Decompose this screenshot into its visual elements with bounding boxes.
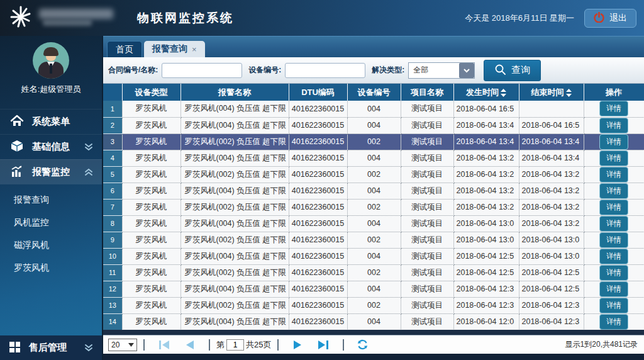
cell-action: 详情 [584,101,644,117]
cell-project-name: 测试项目 [401,313,453,330]
table-row[interactable]: 4罗茨风机罗茨风机(004) 负压值 超下限401622360015004测试项… [103,150,644,166]
starburst-logo-icon [8,4,34,33]
user-profile: 姓名:超级管理员 [0,36,102,100]
cell-action: 详情 [584,215,644,232]
table-row[interactable]: 7罗茨风机罗茨风机(002) 负压值 超下限401622360015002测试项… [103,199,644,215]
cell-project-name: 测试项目 [401,248,453,264]
sidebar-item-aftersales[interactable]: 售后管理 [0,335,102,360]
column-header-0 [103,84,122,101]
sidebar-item-alarm-monitor[interactable]: 报警监控 [0,159,102,184]
table-row[interactable]: 3罗茨风机罗茨风机(002) 负压值 超下限401622360015002测试项… [103,133,644,150]
cell-dtu-code: 401622360015 [289,166,347,183]
cell-action: 详情 [584,183,644,199]
page-prefix-label: 第 [216,339,225,351]
cell-start-time: 2018-06-04 13:2 [453,166,519,183]
page-number-input[interactable] [226,339,244,351]
row-detail-button[interactable]: 详情 [599,167,628,183]
cell-device-no: 004 [347,117,401,133]
table-row[interactable]: 6罗茨风机罗茨风机(004) 负压值 超下限401622360015004测试项… [103,183,644,199]
cell-project-name: 测试项目 [401,199,453,215]
contract-input[interactable] [162,63,242,78]
column-header-8: 操作 [584,84,644,101]
column-header-7[interactable]: 结束时间 [519,84,584,101]
last-page-button[interactable] [316,339,330,351]
sidebar-subitem-2[interactable]: 磁浮风机 [0,233,102,256]
cell-start-time: 2018-06-04 13:0 [453,232,519,248]
row-detail-button[interactable]: 详情 [599,101,628,116]
close-icon[interactable]: × [192,45,197,54]
tab-bar: 首页 报警查询 × [103,36,644,57]
cell-alarm-name: 罗茨风机(002) 负压值 超下限 [180,264,289,281]
logout-button[interactable]: 退出 [584,9,636,28]
cell-device-no: 004 [347,101,401,117]
column-header-6[interactable]: 发生时间 [453,84,519,101]
cell-alarm-name: 罗茨风机(002) 负压值 超下限 [180,232,289,248]
cell-action: 详情 [584,281,644,297]
header-bar: 物联网监控系统 今天是 2018年6月11日 星期一 退出 [0,0,644,36]
table-row[interactable]: 2罗茨风机罗茨风机(004) 负压值 超下限401622360015004测试项… [103,117,644,133]
alarm-table: 设备类型报警名称DTU编码设备编号项目名称发生时间结束时间操作 1罗茨风机罗茨风… [103,84,644,330]
search-button[interactable]: 查询 [484,60,541,81]
table-row[interactable]: 8罗茨风机罗茨风机(004) 负压值 超下限401622360015004测试项… [103,215,644,232]
row-detail-button[interactable]: 详情 [599,134,628,150]
power-icon [594,12,604,25]
column-header-5: 项目名称 [401,84,453,101]
row-detail-button[interactable]: 详情 [599,314,628,330]
next-page-button[interactable] [291,339,304,351]
table-row[interactable]: 12罗茨风机罗茨风机(004) 负压值 超下限401622360015004测试… [103,281,644,297]
tab-home[interactable]: 首页 [107,41,142,57]
cell-device-no: 002 [347,133,401,150]
resolve-type-select[interactable]: 全部 [408,62,475,79]
column-header-2: 报警名称 [180,84,289,101]
cell-start-time: 2018-06-04 13:2 [453,183,519,199]
table-row[interactable]: 13罗茨风机罗茨风机(002) 负压值 超下限401622360015002测试… [103,297,644,313]
refresh-button[interactable] [357,339,369,351]
divider [143,339,145,351]
page-size-select[interactable]: 20 [108,339,137,351]
row-detail-button[interactable]: 详情 [599,183,628,199]
table-row[interactable]: 5罗茨风机罗茨风机(002) 负压值 超下限401622360015002测试项… [103,166,644,183]
tab-alarm-query[interactable]: 报警查询 × [144,41,205,57]
table-row[interactable]: 1罗茨风机罗茨风机(004) 负压值 超下限401622360015004测试项… [103,101,644,117]
cell-start-time: 2018-06-04 16:5 [453,101,519,117]
sidebar-subitem-3[interactable]: 罗茨风机 [0,256,102,279]
row-detail-button[interactable]: 详情 [599,216,628,232]
table-row[interactable]: 9罗茨风机罗茨风机(002) 负压值 超下限401622360015002测试项… [103,232,644,248]
row-detail-button[interactable]: 详情 [599,298,628,313]
chevron-down-icon[interactable] [459,63,474,78]
cell-alarm-name: 罗茨风机(004) 负压值 超下限 [180,150,289,166]
sidebar-subitem-1[interactable]: 风机监控 [0,211,102,233]
cell-dtu-code: 401622360015 [289,101,347,117]
sidebar-item-label: 报警监控 [32,166,70,178]
sidebar-item-system-menu[interactable]: 系统菜单 [0,109,102,134]
cell-dtu-code: 401622360015 [289,248,347,264]
row-detail-button[interactable]: 详情 [599,249,628,264]
row-detail-button[interactable]: 详情 [599,150,628,166]
device-no-input[interactable] [285,63,365,78]
sidebar-subitem-0[interactable]: 报警查询 [0,188,102,211]
cell-start-time: 2018-06-04 13:4 [453,117,519,133]
filter-bar: 合同编号/名称: 设备编号: 解决类型: 全部 查询 [103,57,644,84]
cell-device-no: 004 [347,150,401,166]
cell-row-number: 7 [103,199,122,215]
cell-alarm-name: 罗茨风机(002) 负压值 超下限 [180,297,289,313]
column-header-1: 设备类型 [122,84,180,101]
row-detail-button[interactable]: 详情 [599,265,628,281]
table-row[interactable]: 11罗茨风机罗茨风机(002) 负压值 超下限401622360015002测试… [103,264,644,281]
cell-alarm-name: 罗茨风机(004) 负压值 超下限 [180,101,289,117]
cell-end-time: 2018-06-04 12:3 [519,313,584,330]
row-detail-button[interactable]: 详情 [599,118,628,133]
cell-device-no: 002 [347,166,401,183]
table-row[interactable]: 14罗茨风机罗茨风机(004) 负压值 超下限401622360015004测试… [103,313,644,330]
cell-start-time: 2018-06-04 12:5 [453,248,519,264]
cell-action: 详情 [584,313,644,330]
first-page-button[interactable] [157,339,171,351]
prev-page-button[interactable] [184,339,196,351]
row-detail-button[interactable]: 详情 [599,281,628,297]
row-detail-button[interactable]: 详情 [599,200,628,215]
row-detail-button[interactable]: 详情 [599,232,628,248]
table-row[interactable]: 10罗茨风机罗茨风机(004) 负压值 超下限401622360015004测试… [103,248,644,264]
sidebar-item-label: 售后管理 [29,342,67,354]
cell-device-type: 罗茨风机 [122,313,180,330]
sidebar-item-basic-info[interactable]: 基础信息 [0,134,102,159]
